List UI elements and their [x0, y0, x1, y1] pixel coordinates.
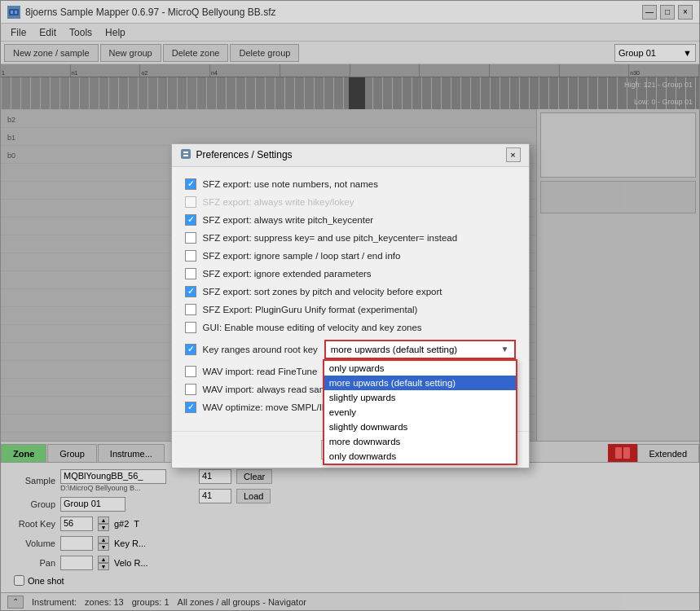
pref-checkbox-4[interactable] [185, 232, 196, 244]
option-slightly-downwards[interactable]: slightly downwards [324, 420, 516, 434]
pref-label-6: SFZ export: ignore extended parameters [203, 269, 372, 279]
option-more-downwards[interactable]: more downwards [324, 434, 516, 449]
pref-row-6: SFZ export: ignore extended parameters [185, 268, 516, 279]
dialog-title: Preferences / Settings [196, 149, 293, 160]
pref-row-9: GUI: Enable mouse editing of velocity an… [185, 322, 516, 333]
pref-row-3: SFZ export: always write pitch_keycenter [185, 214, 516, 226]
key-ranges-dropdown-container: more upwards (default setting) ▼ only up… [324, 340, 516, 359]
dropdown-arrow-icon: ▼ [501, 345, 509, 354]
pref-label-4: SFZ export: suppress key= and use pitch_… [203, 233, 458, 243]
pref-checkbox-6[interactable] [185, 268, 196, 279]
pref-checkbox-7[interactable] [185, 286, 196, 297]
dialog-settings-icon [180, 148, 192, 162]
dialog-body: SFZ export: use note numbers, not names … [172, 167, 529, 431]
option-evenly[interactable]: evenly [324, 405, 516, 420]
key-ranges-label: Key ranges around root key [203, 345, 318, 354]
wav-optimize-checkbox[interactable] [185, 402, 196, 413]
pref-checkbox-8[interactable] [185, 304, 196, 315]
pref-label-9: GUI: Enable mouse editing of velocity an… [203, 323, 422, 332]
pref-label-3: SFZ export: always write pitch_keycenter [203, 215, 374, 225]
wav-import1-checkbox[interactable] [185, 366, 196, 377]
option-only-downwards[interactable]: only downwards [324, 449, 516, 464]
pref-label-8: SFZ Export: PluginGuru Unify format (exp… [203, 305, 418, 314]
key-ranges-row: Key ranges around root key more upwards … [185, 340, 516, 359]
pref-row-4: SFZ export: suppress key= and use pitch_… [185, 232, 516, 244]
wav-import1-label: WAV import: read FineTune [203, 367, 318, 376]
pref-checkbox-1[interactable] [185, 178, 196, 190]
pref-checkbox-3[interactable] [185, 214, 196, 226]
pref-row-2: SFZ export: always write hikey/lokey [185, 196, 516, 208]
pref-row-5: SFZ export: ignore sample / loop start /… [185, 250, 516, 262]
pref-label-1: SFZ export: use note numbers, not names [203, 179, 378, 189]
svg-rect-4 [183, 152, 188, 153]
dialog-close-button[interactable]: × [506, 147, 521, 162]
dialog-title-left: Preferences / Settings [180, 148, 293, 162]
svg-rect-3 [181, 149, 191, 159]
option-only-upwards[interactable]: only upwards [324, 361, 516, 376]
pref-label-2: SFZ export: always write hikey/lokey [203, 197, 354, 207]
key-ranges-dropdown-trigger[interactable]: more upwards (default setting) ▼ [324, 340, 516, 359]
modal-overlay: Preferences / Settings × SFZ export: use… [0, 0, 700, 611]
preferences-dialog: Preferences / Settings × SFZ export: use… [171, 143, 530, 468]
pref-row-1: SFZ export: use note numbers, not names [185, 178, 516, 190]
option-more-upwards[interactable]: more upwards (default setting) [324, 376, 516, 390]
pref-row-7: SFZ export: sort zones by pitch and velo… [185, 286, 516, 297]
pref-checkbox-5[interactable] [185, 250, 196, 262]
pref-label-5: SFZ export: ignore sample / loop start /… [203, 251, 401, 261]
svg-rect-5 [183, 155, 188, 156]
key-ranges-selected: more upwards (default setting) [331, 345, 457, 354]
option-slightly-upwards[interactable]: slightly upwards [324, 390, 516, 405]
dialog-titlebar: Preferences / Settings × [172, 144, 529, 167]
wav-import2-checkbox[interactable] [185, 384, 196, 395]
key-ranges-checkbox[interactable] [185, 344, 196, 355]
pref-row-8: SFZ Export: PluginGuru Unify format (exp… [185, 304, 516, 315]
key-ranges-dropdown-list: only upwards more upwards (default setti… [323, 359, 517, 465]
pref-label-7: SFZ export: sort zones by pitch and velo… [203, 287, 442, 297]
pref-checkbox-9[interactable] [185, 322, 196, 333]
pref-checkbox-2[interactable] [185, 196, 196, 208]
